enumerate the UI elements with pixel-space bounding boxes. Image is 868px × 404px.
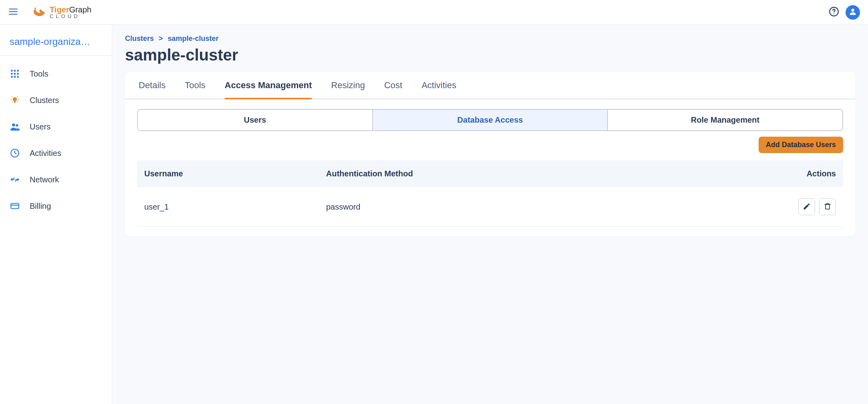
hamburger-button[interactable] [8, 6, 18, 18]
svg-point-19 [18, 99, 19, 100]
svg-point-16 [13, 97, 17, 101]
subtab-dbacc[interactable]: Database Access [372, 110, 608, 130]
svg-point-23 [17, 101, 18, 102]
svg-rect-14 [14, 76, 16, 77]
card-icon [10, 201, 20, 211]
users-icon [10, 121, 20, 132]
brand-word-left: Tiger [50, 5, 69, 14]
tab-resizing[interactable]: Resizing [331, 80, 365, 99]
sidebar-item-tools[interactable]: Tools [0, 61, 112, 87]
tab-access[interactable]: Access Management [225, 80, 312, 99]
sidebar-item-label: Users [30, 122, 50, 131]
tab-bar: DetailsToolsAccess ManagementResizingCos… [125, 72, 855, 99]
subtab-users[interactable]: Users [138, 110, 372, 130]
sidebar-item-label: Billing [30, 202, 51, 211]
svg-rect-12 [17, 73, 18, 75]
svg-rect-17 [14, 101, 16, 103]
svg-rect-9 [17, 70, 18, 71]
action-bar: Add Database Users [137, 137, 843, 153]
table-row: user_1password [137, 187, 843, 227]
sidebar-item-label: Tools [30, 69, 48, 79]
account-avatar[interactable] [846, 5, 860, 20]
chevron-right-icon: > [159, 34, 163, 43]
breadcrumb-current[interactable]: sample-cluster [168, 34, 219, 43]
svg-rect-29 [11, 204, 19, 209]
brand-wordmark: TigerGraph CLOUD [50, 6, 91, 19]
tab-activities[interactable]: Activities [422, 80, 456, 99]
network-icon [10, 174, 20, 185]
brand-logo[interactable]: TigerGraph CLOUD [30, 4, 91, 21]
svg-point-6 [851, 8, 854, 11]
help-icon [829, 11, 839, 18]
svg-point-22 [12, 101, 12, 102]
svg-point-21 [17, 96, 18, 97]
user-icon [848, 7, 857, 18]
sidebar-item-clusters[interactable]: Clusters [0, 87, 112, 113]
sidebar: sample-organiza… ToolsClustersUsersActiv… [0, 25, 112, 404]
sidebar-item-network[interactable]: Network [0, 166, 112, 193]
sidebar-item-label: Clusters [30, 96, 59, 105]
th-actions: Actions [665, 160, 843, 187]
cell-username: user_1 [137, 187, 319, 227]
clock-icon [10, 148, 20, 158]
svg-point-5 [834, 13, 834, 14]
th-username: Username [137, 160, 319, 187]
grid-icon [10, 69, 20, 79]
svg-point-24 [12, 123, 15, 127]
cell-actions [665, 187, 843, 227]
svg-point-18 [11, 99, 12, 100]
cluster-card: DetailsToolsAccess ManagementResizingCos… [125, 72, 855, 236]
menu-icon [8, 6, 18, 18]
svg-rect-7 [11, 70, 12, 71]
main-content: Clusters > sample-cluster sample-cluster… [112, 25, 868, 404]
add-database-users-button[interactable]: Add Database Users [759, 137, 843, 153]
svg-rect-11 [14, 73, 16, 75]
bulb-icon [10, 95, 20, 105]
org-selector[interactable]: sample-organiza… [0, 25, 112, 56]
brand-word-right: Graph [69, 5, 92, 14]
edit-button[interactable] [798, 198, 815, 215]
subtab-segmented: UsersDatabase AccessRole Management [137, 109, 843, 131]
pencil-icon [803, 202, 811, 212]
db-users-table: Username Authentication Method Actions u… [137, 160, 843, 227]
svg-rect-15 [17, 76, 18, 77]
sidenav: ToolsClustersUsersActivitiesNetworkBilli… [0, 56, 112, 224]
subtab-roles[interactable]: Role Management [607, 110, 842, 130]
svg-rect-31 [826, 204, 830, 209]
tiger-mark-icon [30, 4, 46, 21]
tab-details[interactable]: Details [139, 80, 166, 99]
sidebar-item-billing[interactable]: Billing [0, 193, 112, 219]
svg-point-25 [16, 124, 18, 127]
svg-point-20 [12, 96, 12, 97]
sidebar-item-activities[interactable]: Activities [0, 140, 112, 166]
trash-icon [824, 202, 832, 212]
page-title: sample-cluster [125, 46, 855, 64]
help-button[interactable] [829, 6, 839, 18]
tab-tools[interactable]: Tools [185, 80, 205, 99]
svg-rect-13 [11, 76, 12, 77]
topbar: TigerGraph CLOUD [0, 0, 868, 25]
th-auth: Authentication Method [319, 160, 665, 187]
sidebar-item-label: Network [30, 175, 59, 184]
brand-subtitle: CLOUD [50, 14, 91, 19]
breadcrumb-root[interactable]: Clusters [125, 34, 154, 43]
cell-auth-method: password [319, 187, 665, 227]
delete-button[interactable] [819, 198, 836, 215]
tab-cost[interactable]: Cost [384, 80, 402, 99]
svg-point-3 [34, 7, 36, 9]
sidebar-item-users[interactable]: Users [0, 113, 112, 140]
sidebar-item-label: Activities [30, 149, 61, 158]
svg-rect-8 [14, 70, 16, 71]
svg-rect-10 [11, 73, 12, 75]
breadcrumb: Clusters > sample-cluster [125, 34, 855, 43]
